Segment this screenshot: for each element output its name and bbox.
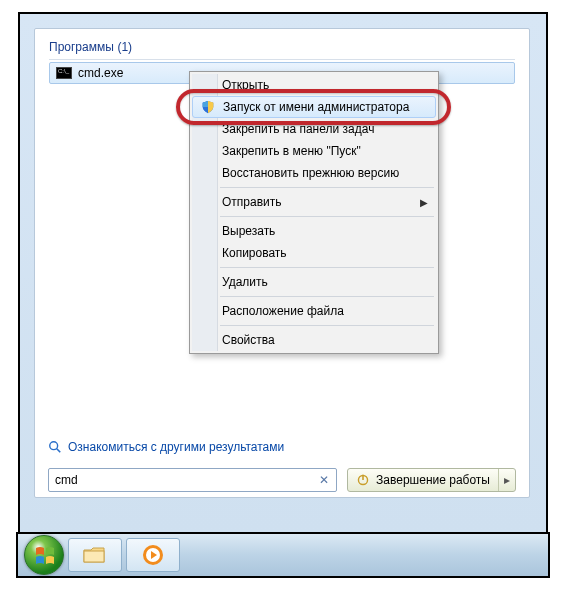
menu-label: Открыть: [222, 78, 269, 92]
menu-separator: [220, 216, 434, 217]
menu-item-copy[interactable]: Копировать: [192, 242, 436, 264]
search-icon: [48, 440, 62, 454]
menu-separator: [220, 325, 434, 326]
taskbar-button-media-player[interactable]: [126, 538, 180, 572]
submenu-arrow-icon: ▶: [420, 197, 428, 208]
menu-label: Закрепить на панели задач: [222, 122, 374, 136]
menu-label: Копировать: [222, 246, 287, 260]
menu-item-send-to[interactable]: Отправить▶: [192, 191, 436, 213]
menu-item-delete[interactable]: Удалить: [192, 271, 436, 293]
see-more-results-link[interactable]: Ознакомиться с другими результатами: [48, 440, 284, 454]
menu-item-run-as-admin[interactable]: Запуск от имени администратора: [192, 96, 436, 118]
windows-logo-icon: [34, 545, 56, 567]
section-title-text: Программы: [49, 40, 114, 54]
search-input[interactable]: [55, 473, 316, 487]
section-header-programs: Программы (1): [49, 39, 515, 60]
menu-item-pin-taskbar[interactable]: Закрепить на панели задач: [192, 118, 436, 140]
menu-item-cut[interactable]: Вырезать: [192, 220, 436, 242]
search-result-label: cmd.exe: [78, 66, 123, 80]
context-menu: Открыть Запуск от имени администратора З…: [189, 71, 439, 354]
shutdown-dropdown-arrow-icon[interactable]: ▸: [499, 473, 515, 487]
shutdown-button[interactable]: Завершение работы ▸: [347, 468, 516, 492]
taskbar: [18, 534, 548, 576]
menu-label: Запуск от имени администратора: [223, 100, 409, 114]
menu-separator: [220, 267, 434, 268]
menu-separator: [220, 296, 434, 297]
menu-item-restore-previous[interactable]: Восстановить прежнюю версию: [192, 162, 436, 184]
search-box[interactable]: ✕: [48, 468, 337, 492]
taskbar-button-explorer[interactable]: [68, 538, 122, 572]
menu-label: Отправить: [222, 195, 282, 209]
svg-point-0: [50, 442, 58, 450]
cmd-icon: [56, 67, 72, 79]
menu-label: Закрепить в меню "Пуск": [222, 144, 361, 158]
menu-item-open[interactable]: Открыть: [192, 74, 436, 96]
menu-label: Восстановить прежнюю версию: [222, 166, 399, 180]
menu-item-file-location[interactable]: Расположение файла: [192, 300, 436, 322]
clear-search-icon[interactable]: ✕: [316, 473, 332, 487]
start-button[interactable]: [24, 535, 64, 575]
svg-rect-4: [84, 551, 104, 562]
shutdown-main[interactable]: Завершение работы: [348, 469, 499, 491]
shutdown-label: Завершение работы: [376, 473, 490, 487]
start-menu-bottom-bar: ✕ Завершение работы ▸: [34, 462, 530, 498]
menu-item-properties[interactable]: Свойства: [192, 329, 436, 351]
shield-icon: [201, 100, 215, 114]
menu-label: Расположение файла: [222, 304, 344, 318]
menu-item-pin-start[interactable]: Закрепить в меню "Пуск": [192, 140, 436, 162]
media-player-icon: [141, 543, 165, 567]
shutdown-icon: [356, 473, 370, 487]
menu-label: Свойства: [222, 333, 275, 347]
menu-label: Удалить: [222, 275, 268, 289]
menu-separator: [220, 187, 434, 188]
svg-line-1: [57, 449, 61, 453]
section-count: (1): [117, 40, 132, 54]
folder-icon: [82, 545, 108, 565]
see-more-results-label: Ознакомиться с другими результатами: [68, 440, 284, 454]
menu-label: Вырезать: [222, 224, 275, 238]
